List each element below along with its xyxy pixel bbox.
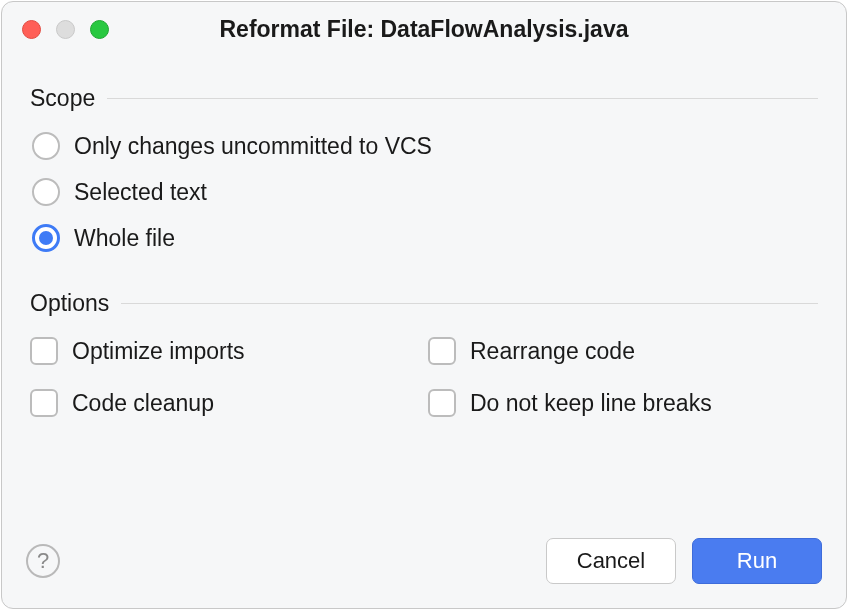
options-label: Options xyxy=(30,290,109,317)
checkbox-label: Rearrange code xyxy=(470,338,635,365)
run-button[interactable]: Run xyxy=(692,538,822,584)
checkbox-label: Do not keep line breaks xyxy=(470,390,712,417)
radio-icon xyxy=(32,132,60,160)
scope-section-header: Scope xyxy=(30,85,818,112)
checkbox-icon xyxy=(428,337,456,365)
titlebar: Reformat File: DataFlowAnalysis.java xyxy=(2,2,846,57)
cancel-button[interactable]: Cancel xyxy=(546,538,676,584)
dialog-body: Scope Only changes uncommitted to VCS Se… xyxy=(2,57,846,538)
option-no-keep-line-breaks[interactable]: Do not keep line breaks xyxy=(428,389,818,417)
scope-option-uncommitted[interactable]: Only changes uncommitted to VCS xyxy=(32,132,818,160)
zoom-icon[interactable] xyxy=(90,20,109,39)
minimize-icon xyxy=(56,20,75,39)
options-section: Options Optimize imports Rearrange code … xyxy=(30,290,818,417)
scope-option-selected-text[interactable]: Selected text xyxy=(32,178,818,206)
window-controls xyxy=(22,20,109,39)
dialog-title: Reformat File: DataFlowAnalysis.java xyxy=(2,16,846,43)
scope-option-whole-file[interactable]: Whole file xyxy=(32,224,818,252)
option-rearrange-code[interactable]: Rearrange code xyxy=(428,337,818,365)
checkbox-icon xyxy=(428,389,456,417)
checkbox-icon xyxy=(30,337,58,365)
divider xyxy=(107,98,818,99)
help-button[interactable]: ? xyxy=(26,544,60,578)
radio-label: Selected text xyxy=(74,179,207,206)
radio-label: Only changes uncommitted to VCS xyxy=(74,133,432,160)
button-label: Run xyxy=(737,548,777,574)
close-icon[interactable] xyxy=(22,20,41,39)
checkbox-label: Code cleanup xyxy=(72,390,214,417)
radio-label: Whole file xyxy=(74,225,175,252)
radio-icon xyxy=(32,178,60,206)
help-icon: ? xyxy=(37,548,49,574)
checkbox-icon xyxy=(30,389,58,417)
option-optimize-imports[interactable]: Optimize imports xyxy=(30,337,420,365)
options-section-header: Options xyxy=(30,290,818,317)
reformat-file-dialog: Reformat File: DataFlowAnalysis.java Sco… xyxy=(1,1,847,609)
dialog-footer: ? Cancel Run xyxy=(2,538,846,608)
scope-label: Scope xyxy=(30,85,95,112)
checkbox-label: Optimize imports xyxy=(72,338,245,365)
options-grid: Optimize imports Rearrange code Code cle… xyxy=(30,337,818,417)
option-code-cleanup[interactable]: Code cleanup xyxy=(30,389,420,417)
divider xyxy=(121,303,818,304)
radio-icon xyxy=(32,224,60,252)
button-label: Cancel xyxy=(577,548,645,574)
